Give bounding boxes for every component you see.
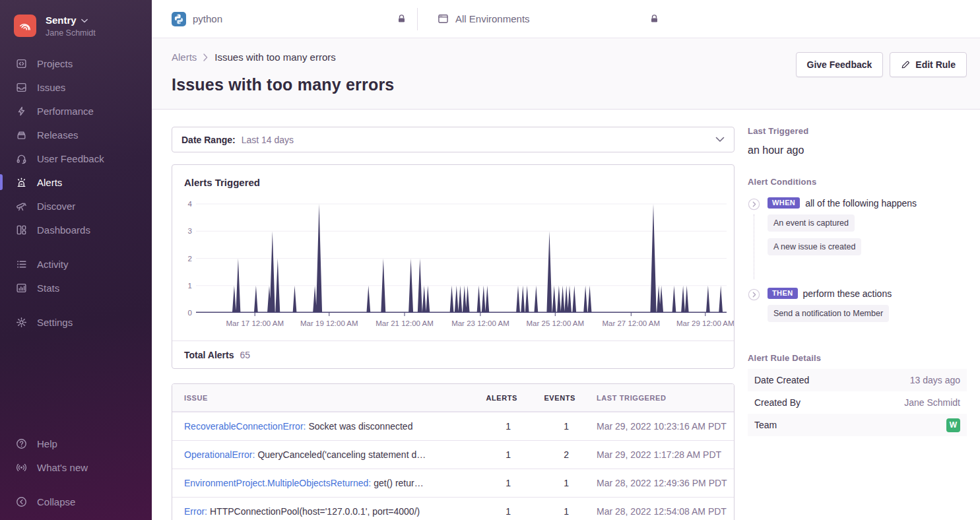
activity-icon	[15, 258, 27, 270]
sidebar-item-issues[interactable]: Issues	[0, 75, 152, 99]
x-axis-label: Mar 23 12:00 AM	[451, 319, 509, 327]
issue-link[interactable]: OperationalError:	[184, 449, 255, 460]
whats-new-icon	[15, 461, 27, 473]
last-triggered-heading: Last Triggered	[748, 126, 967, 136]
sidebar-item-label: What's new	[37, 462, 88, 473]
y-axis-label: 2	[188, 254, 192, 263]
x-axis-label: Mar 29 12:00 AM	[676, 319, 735, 327]
alerts-count: 1	[471, 449, 527, 460]
sidebar-item-projects[interactable]: Projects	[0, 51, 152, 75]
sidebar-item-label: Dashboards	[37, 224, 90, 236]
table-row: Error:HTTPConnectionPool(host='127.0.0.1…	[172, 497, 734, 520]
sidebar-item-alerts[interactable]: Alerts	[0, 170, 152, 194]
edit-rule-button[interactable]: Edit Rule	[890, 52, 967, 77]
environment-lock-icon[interactable]	[649, 14, 659, 24]
y-axis-label: 3	[188, 226, 192, 236]
sidebar-item-performance[interactable]: Performance	[0, 99, 152, 123]
project-selector[interactable]: python	[193, 13, 222, 24]
releases-icon	[15, 129, 27, 141]
help-icon	[15, 438, 27, 449]
issue-link[interactable]: EnvironmentProject.MultipleObjectsReturn…	[184, 478, 371, 488]
table-row: RecoverableConnectionError:Socket was di…	[172, 412, 734, 440]
then-text: perform these actions	[803, 288, 892, 299]
alerts-triggered-chart: 01234 Mar 17 12:00 AMMar 19 12:00 AMMar …	[196, 204, 725, 313]
chevron-right-icon	[203, 53, 208, 61]
events-count: 1	[527, 478, 585, 488]
sidebar-item-settings[interactable]: Settings	[0, 310, 152, 334]
sidebar-item-help[interactable]: Help	[0, 432, 152, 455]
date-range-value: Last 14 days	[242, 135, 294, 145]
sidebar-collapse-button[interactable]: Collapse	[0, 490, 152, 513]
sidebar-item-label: Projects	[37, 58, 73, 69]
chevron-down-icon	[81, 18, 88, 23]
performance-icon	[15, 105, 27, 117]
when-condition-step: WHEN all of the following happens An eve…	[748, 197, 967, 255]
detail-label: Date Created	[754, 375, 809, 385]
chart-x-axis: Mar 17 12:00 AMMar 19 12:00 AMMar 21 12:…	[196, 313, 725, 330]
then-condition-step: THEN perform these actions Send a notifi…	[748, 288, 967, 322]
sidebar-nav-main: Projects Issues Performance Releases Use…	[0, 51, 152, 242]
when-text: all of the following happens	[805, 198, 917, 209]
org-name: Sentry	[46, 15, 77, 27]
sidebar-item-activity[interactable]: Activity	[0, 252, 152, 276]
dashboards-icon	[15, 224, 27, 236]
total-alerts-value: 65	[240, 350, 250, 360]
give-feedback-button[interactable]: Give Feedback	[796, 52, 884, 77]
detail-label: Team	[754, 420, 777, 430]
alert-rule-details-heading: Alert Rule Details	[748, 353, 967, 363]
events-count: 1	[527, 506, 585, 517]
sidebar-item-releases[interactable]: Releases	[0, 123, 152, 146]
column-header-issue: ISSUE	[172, 394, 471, 402]
breadcrumb-current: Issues with too many errors	[214, 51, 335, 63]
sidebar-item-user-feedback[interactable]: User Feedback	[0, 146, 152, 170]
alerts-icon	[15, 176, 27, 188]
topbar: python All Environments	[152, 0, 980, 38]
collapse-icon	[15, 496, 27, 507]
total-alerts-label: Total Alerts	[184, 350, 234, 360]
sidebar-item-label: Alerts	[37, 177, 62, 188]
give-feedback-label: Give Feedback	[807, 59, 872, 70]
sidebar-item-whats-new[interactable]: What's new	[0, 455, 152, 479]
alert-rule-details: Date Created 13 days ago Created By Jane…	[748, 369, 967, 436]
issues-table: ISSUE ALERTS EVENTS LAST TRIGGERED Recov…	[172, 383, 735, 520]
total-alerts-row: Total Alerts 65	[172, 341, 734, 368]
issue-link[interactable]: RecoverableConnectionError:	[184, 421, 306, 432]
chevron-right-circle-icon	[748, 198, 760, 213]
sidebar-item-label: Performance	[37, 106, 94, 117]
chevron-right-circle-icon	[748, 288, 760, 304]
sidebar-item-label: Collapse	[37, 496, 75, 507]
environment-selector[interactable]: All Environments	[455, 13, 530, 24]
edit-rule-label: Edit Rule	[915, 59, 956, 70]
sidebar-item-label: Releases	[37, 129, 79, 141]
sidebar-nav-tertiary: Settings	[0, 310, 152, 334]
detail-value: 13 days ago	[910, 375, 960, 385]
detail-value: Jane Schmidt	[904, 397, 960, 408]
table-row: OperationalError:QueryCanceled('cancelin…	[172, 440, 734, 469]
y-axis-label: 4	[188, 199, 192, 209]
sidebar-nav-secondary: Activity Stats	[0, 252, 152, 300]
projects-icon	[15, 57, 27, 69]
date-range-selector[interactable]: Date Range: Last 14 days	[172, 127, 735, 152]
team-avatar[interactable]: W	[946, 418, 960, 432]
then-badge: THEN	[768, 288, 798, 299]
settings-icon	[15, 316, 27, 328]
sidebar-item-stats[interactable]: Stats	[0, 276, 152, 300]
column-header-alerts: ALERTS	[471, 394, 527, 402]
issue-link[interactable]: Error:	[184, 506, 207, 517]
org-switcher[interactable]: Sentry Jane Schmidt	[0, 11, 152, 51]
sidebar-item-discover[interactable]: Discover	[0, 194, 152, 218]
detail-label: Created By	[754, 397, 800, 408]
table-header-row: ISSUE ALERTS EVENTS LAST TRIGGERED	[172, 384, 734, 412]
issue-description: QueryCanceled('canceling statement d…	[257, 449, 426, 460]
column-header-last-triggered: LAST TRIGGERED	[585, 394, 734, 402]
events-count: 2	[527, 449, 585, 460]
details-sidebar: Last Triggered an hour ago Alert Conditi…	[748, 126, 967, 520]
sidebar-item-label: Discover	[37, 201, 75, 212]
breadcrumb-alerts-link[interactable]: Alerts	[172, 51, 197, 63]
project-lock-icon[interactable]	[397, 14, 407, 24]
chevron-down-icon	[715, 137, 725, 143]
issues-icon	[15, 81, 27, 93]
sidebar-item-dashboards[interactable]: Dashboards	[0, 218, 152, 242]
last-triggered-date: Mar 28, 2022 12:54:08 AM PDT	[585, 506, 734, 517]
page-header: Alerts Issues with too many errors Issue…	[152, 38, 980, 110]
